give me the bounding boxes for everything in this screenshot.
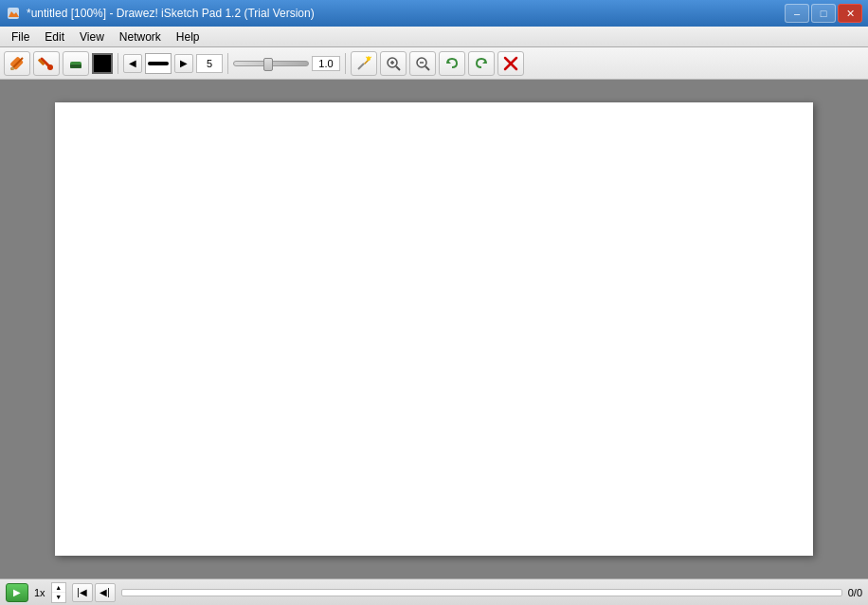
menu-help[interactable]: Help [169, 28, 208, 46]
redo-button[interactable] [468, 51, 495, 76]
svg-line-11 [358, 64, 364, 69]
maximize-button[interactable]: □ [811, 4, 836, 23]
menu-file[interactable]: File [4, 28, 37, 46]
svg-point-6 [47, 64, 53, 70]
speed-up-button[interactable]: ▲ [52, 583, 65, 593]
app-icon [6, 6, 21, 21]
line-size-increase-button[interactable]: ▶ [174, 54, 193, 73]
zoom-slider-track[interactable] [233, 61, 309, 66]
pencil-tool-button[interactable] [4, 51, 30, 76]
line-preview [145, 53, 172, 74]
speed-spinner[interactable]: ▲ ▼ [51, 582, 66, 603]
speed-down-button[interactable]: ▼ [52, 593, 65, 602]
status-bar: ▶ 1x ▲ ▼ |◀ ◀| 0/0 [0, 578, 868, 605]
line-size-decrease-button[interactable]: ◀ [123, 54, 142, 73]
prev-frame-button[interactable]: ◀| [95, 583, 116, 602]
speed-label: 1x [34, 587, 45, 598]
undo-button[interactable] [439, 51, 465, 76]
window-controls: – □ ✕ [785, 4, 862, 23]
line-size-input[interactable] [196, 54, 223, 73]
first-frame-button[interactable]: |◀ [72, 583, 93, 602]
menu-bar: File Edit View Network Help [0, 27, 868, 47]
color-picker-button[interactable] [92, 53, 113, 74]
nav-buttons: |◀ ◀| [72, 583, 116, 602]
menu-view[interactable]: View [72, 28, 112, 46]
separator-2 [227, 53, 228, 74]
zoom-slider-area [233, 56, 340, 71]
svg-line-16 [370, 57, 371, 58]
play-icon: ▶ [13, 587, 21, 597]
title-bar: *untitled [100%] - Drawez! iSketch Pad 1… [0, 0, 868, 27]
eraser-tool-button[interactable] [63, 51, 89, 76]
wand-tool-button[interactable] [351, 51, 377, 76]
menu-network[interactable]: Network [112, 28, 169, 46]
play-button[interactable]: ▶ [6, 583, 28, 602]
brush-tool-button[interactable] [33, 51, 60, 76]
menu-edit[interactable]: Edit [37, 28, 72, 46]
close-button[interactable]: ✕ [838, 4, 862, 23]
timeline-track[interactable] [121, 589, 842, 596]
zoom-value-input[interactable] [312, 56, 340, 71]
zoom-out-button[interactable] [409, 51, 436, 76]
window-title: *untitled [100%] - Drawez! iSketch Pad 1… [27, 7, 315, 20]
toolbar: ◀ ▶ [0, 47, 868, 80]
minimize-button[interactable]: – [785, 4, 809, 23]
svg-line-15 [366, 57, 368, 58]
frame-counter: 0/0 [848, 587, 862, 598]
svg-line-18 [396, 66, 400, 70]
separator-3 [345, 53, 346, 74]
main-area [0, 80, 868, 578]
svg-line-22 [425, 66, 429, 70]
line-width-controls: ◀ ▶ [123, 53, 223, 74]
separator-1 [118, 53, 118, 74]
zoom-slider-thumb[interactable] [263, 58, 273, 71]
clear-button[interactable] [497, 51, 524, 76]
drawing-canvas[interactable] [55, 102, 813, 556]
zoom-in-button[interactable] [380, 51, 407, 76]
